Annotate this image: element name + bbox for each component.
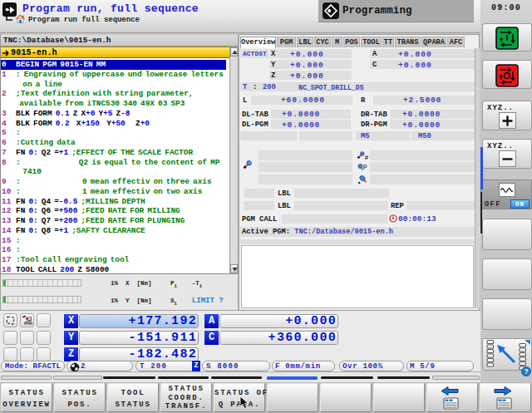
svg-text:#: # [365,153,369,160]
svg-text:P: P [363,164,367,172]
svg-text:?: ? [525,367,529,376]
